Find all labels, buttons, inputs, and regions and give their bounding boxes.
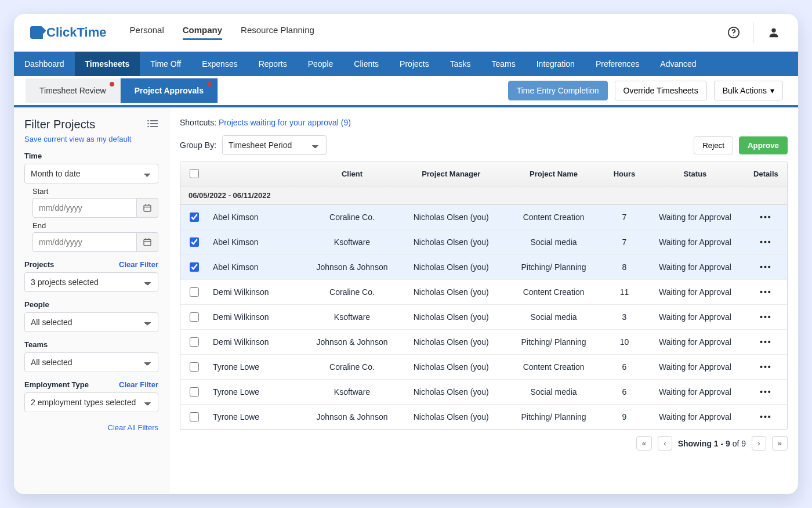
shortcut-link[interactable]: Projects waiting for your approval (9) xyxy=(219,118,351,127)
row-checkbox[interactable] xyxy=(190,312,199,322)
cell-status: Waiting for Approval xyxy=(646,381,745,402)
row-checkbox[interactable] xyxy=(190,362,199,372)
col-header xyxy=(207,168,306,179)
cell-hours: 7 xyxy=(603,232,646,253)
projects-select[interactable]: 3 projects selected xyxy=(24,272,158,292)
table-row[interactable]: Tyrone LoweKsoftwareNicholas Olsen (you)… xyxy=(180,380,787,405)
cell-status: Waiting for Approval xyxy=(646,332,745,352)
nav-item-clients[interactable]: Clients xyxy=(343,52,389,76)
cell-pm: Nicholas Olsen (you) xyxy=(398,381,504,402)
table-row[interactable]: Demi WilkinsonJohnson & JohnsonNicholas … xyxy=(180,330,787,355)
nav-item-teams[interactable]: Teams xyxy=(481,52,525,76)
page-last-button[interactable]: » xyxy=(772,436,788,451)
calendar-icon[interactable] xyxy=(137,198,158,218)
time-select[interactable]: Month to date xyxy=(24,164,158,183)
calendar-icon[interactable] xyxy=(137,232,158,252)
override-timesheets-button[interactable]: Override Timesheets xyxy=(615,81,707,100)
row-checkbox[interactable] xyxy=(190,287,199,297)
topnav-item-personal[interactable]: Personal xyxy=(130,25,164,40)
table-row[interactable]: Abel KimsonCoraline Co.Nicholas Olsen (y… xyxy=(180,205,787,230)
emptype-select[interactable]: 2 employment types selected xyxy=(24,392,158,412)
approve-button[interactable]: Approve xyxy=(739,136,788,154)
table-row[interactable]: Abel KimsonJohnson & JohnsonNicholas Ols… xyxy=(180,255,787,280)
brand-name: ClickTime xyxy=(46,25,107,40)
shortcuts: Shortcuts: Projects waiting for your app… xyxy=(180,118,788,127)
nav-item-people[interactable]: People xyxy=(298,52,344,76)
row-checkbox[interactable] xyxy=(190,237,199,247)
nav-item-tasks[interactable]: Tasks xyxy=(440,52,481,76)
page-first-button[interactable]: « xyxy=(636,436,652,451)
brand-logo[interactable]: ClickTime xyxy=(30,25,107,40)
time-entry-completion-button[interactable]: Time Entry Completion xyxy=(508,81,608,100)
table-row[interactable]: Demi WilkinsonKsoftwareNicholas Olsen (y… xyxy=(180,305,787,330)
nav-item-time-off[interactable]: Time Off xyxy=(140,52,191,76)
topnav-item-company[interactable]: Company xyxy=(183,25,222,40)
row-details-icon[interactable]: ••• xyxy=(760,312,772,322)
row-details-icon[interactable]: ••• xyxy=(760,387,772,397)
list-toggle-icon[interactable] xyxy=(147,119,158,130)
table-row[interactable]: Abel KimsonKsoftwareNicholas Olsen (you)… xyxy=(180,230,787,255)
table-row[interactable]: Demi WilkinsonCoraline Co.Nicholas Olsen… xyxy=(180,280,787,305)
cell-status: Waiting for Approval xyxy=(646,207,745,228)
row-checkbox[interactable] xyxy=(190,337,199,347)
cell-project: Pitching/ Planning xyxy=(504,332,603,352)
col-header: Client xyxy=(306,164,398,184)
row-details-icon[interactable]: ••• xyxy=(760,287,772,297)
page-prev-button[interactable]: ‹ xyxy=(658,436,672,451)
people-select[interactable]: All selected xyxy=(24,312,158,332)
cell-person: Abel Kimson xyxy=(207,232,306,253)
select-all-checkbox[interactable] xyxy=(190,169,199,178)
subtab-timesheet-review[interactable]: Timesheet Review xyxy=(26,78,121,103)
cell-project: Pitching/ Planning xyxy=(504,406,603,427)
bulk-actions-button[interactable]: Bulk Actions ▾ xyxy=(714,81,783,100)
clear-all-filters-link[interactable]: Clear All Filters xyxy=(108,423,158,432)
emptype-clear-link[interactable]: Clear Filter xyxy=(119,380,158,389)
filter-title: Filter Projects xyxy=(24,118,95,131)
cell-pm: Nicholas Olsen (you) xyxy=(398,307,504,327)
row-details-icon[interactable]: ••• xyxy=(760,237,772,247)
cell-project: Social media xyxy=(504,307,603,327)
row-checkbox[interactable] xyxy=(190,212,199,222)
row-checkbox[interactable] xyxy=(190,387,199,397)
row-details-icon[interactable]: ••• xyxy=(760,412,772,421)
cell-hours: 10 xyxy=(603,332,646,352)
cell-person: Demi Wilkinson xyxy=(207,307,306,327)
nav-item-timesheets[interactable]: Timesheets xyxy=(75,52,140,76)
cell-client: Ksoftware xyxy=(306,232,398,253)
notification-dot-icon xyxy=(110,82,114,87)
row-checkbox[interactable] xyxy=(190,262,199,272)
nav-item-expenses[interactable]: Expenses xyxy=(191,52,248,76)
subtab-project-approvals[interactable]: Project Approvals xyxy=(121,78,218,103)
save-default-link[interactable]: Save current view as my default xyxy=(24,135,158,143)
topnav-item-resource-planning[interactable]: Resource Planning xyxy=(241,25,314,40)
row-details-icon[interactable]: ••• xyxy=(760,212,772,222)
nav-item-reports[interactable]: Reports xyxy=(248,52,298,76)
col-header: Project Name xyxy=(504,164,603,184)
nav-item-integration[interactable]: Integration xyxy=(526,52,585,76)
table-row[interactable]: Tyrone LoweCoraline Co.Nicholas Olsen (y… xyxy=(180,355,787,380)
reject-button[interactable]: Reject xyxy=(694,136,733,154)
user-icon[interactable] xyxy=(766,24,782,41)
svg-point-1 xyxy=(733,35,734,36)
row-details-icon[interactable]: ••• xyxy=(760,262,772,272)
start-label: Start xyxy=(32,187,158,196)
row-checkbox[interactable] xyxy=(190,412,199,421)
row-details-icon[interactable]: ••• xyxy=(760,362,772,372)
row-details-icon[interactable]: ••• xyxy=(760,337,772,347)
caret-down-icon: ▾ xyxy=(770,86,774,95)
end-date-input[interactable] xyxy=(32,232,137,252)
start-date-input[interactable] xyxy=(32,198,137,218)
people-label: People xyxy=(24,300,49,309)
groupby-select[interactable]: Timesheet Period xyxy=(222,135,327,155)
nav-item-advanced[interactable]: Advanced xyxy=(650,52,706,76)
projects-clear-link[interactable]: Clear Filter xyxy=(119,260,158,269)
help-icon[interactable] xyxy=(726,24,742,41)
cell-person: Abel Kimson xyxy=(207,257,306,278)
teams-select[interactable]: All selected xyxy=(24,352,158,372)
nav-item-dashboard[interactable]: Dashboard xyxy=(14,52,75,76)
nav-item-projects[interactable]: Projects xyxy=(389,52,440,76)
nav-item-preferences[interactable]: Preferences xyxy=(585,52,650,76)
page-next-button[interactable]: › xyxy=(752,436,766,451)
table-row[interactable]: Tyrone LoweJohnson & JohnsonNicholas Ols… xyxy=(180,405,787,430)
cell-person: Abel Kimson xyxy=(207,207,306,228)
